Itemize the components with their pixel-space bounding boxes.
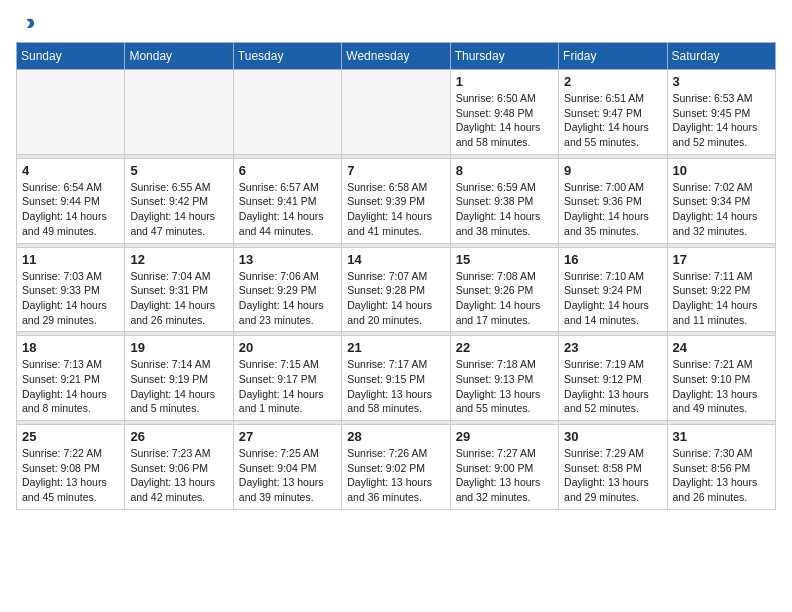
- day-number: 13: [239, 252, 336, 267]
- day-info: Sunrise: 7:17 AM Sunset: 9:15 PM Dayligh…: [347, 357, 444, 416]
- calendar-cell: [342, 70, 450, 155]
- day-info: Sunrise: 7:30 AM Sunset: 8:56 PM Dayligh…: [673, 446, 770, 505]
- day-number: 24: [673, 340, 770, 355]
- calendar-week-row: 25Sunrise: 7:22 AM Sunset: 9:08 PM Dayli…: [17, 425, 776, 510]
- day-number: 3: [673, 74, 770, 89]
- calendar-cell: 15Sunrise: 7:08 AM Sunset: 9:26 PM Dayli…: [450, 247, 558, 332]
- day-number: 29: [456, 429, 553, 444]
- day-info: Sunrise: 7:15 AM Sunset: 9:17 PM Dayligh…: [239, 357, 336, 416]
- calendar-cell: 1Sunrise: 6:50 AM Sunset: 9:48 PM Daylig…: [450, 70, 558, 155]
- day-info: Sunrise: 7:00 AM Sunset: 9:36 PM Dayligh…: [564, 180, 661, 239]
- calendar-cell: 31Sunrise: 7:30 AM Sunset: 8:56 PM Dayli…: [667, 425, 775, 510]
- calendar-header-row: SundayMondayTuesdayWednesdayThursdayFrid…: [17, 43, 776, 70]
- calendar-cell: [125, 70, 233, 155]
- day-number: 22: [456, 340, 553, 355]
- day-number: 16: [564, 252, 661, 267]
- day-number: 12: [130, 252, 227, 267]
- calendar-cell: 3Sunrise: 6:53 AM Sunset: 9:45 PM Daylig…: [667, 70, 775, 155]
- day-of-week-header: Friday: [559, 43, 667, 70]
- calendar-cell: 17Sunrise: 7:11 AM Sunset: 9:22 PM Dayli…: [667, 247, 775, 332]
- day-info: Sunrise: 7:23 AM Sunset: 9:06 PM Dayligh…: [130, 446, 227, 505]
- day-number: 30: [564, 429, 661, 444]
- day-info: Sunrise: 6:51 AM Sunset: 9:47 PM Dayligh…: [564, 91, 661, 150]
- calendar-week-row: 11Sunrise: 7:03 AM Sunset: 9:33 PM Dayli…: [17, 247, 776, 332]
- day-number: 8: [456, 163, 553, 178]
- day-number: 28: [347, 429, 444, 444]
- day-number: 7: [347, 163, 444, 178]
- calendar-cell: 25Sunrise: 7:22 AM Sunset: 9:08 PM Dayli…: [17, 425, 125, 510]
- day-info: Sunrise: 7:02 AM Sunset: 9:34 PM Dayligh…: [673, 180, 770, 239]
- day-number: 20: [239, 340, 336, 355]
- day-info: Sunrise: 7:07 AM Sunset: 9:28 PM Dayligh…: [347, 269, 444, 328]
- calendar-cell: [233, 70, 341, 155]
- day-number: 31: [673, 429, 770, 444]
- day-of-week-header: Tuesday: [233, 43, 341, 70]
- day-info: Sunrise: 7:11 AM Sunset: 9:22 PM Dayligh…: [673, 269, 770, 328]
- day-number: 19: [130, 340, 227, 355]
- calendar-week-row: 18Sunrise: 7:13 AM Sunset: 9:21 PM Dayli…: [17, 336, 776, 421]
- calendar-cell: [17, 70, 125, 155]
- calendar-cell: 9Sunrise: 7:00 AM Sunset: 9:36 PM Daylig…: [559, 158, 667, 243]
- day-number: 10: [673, 163, 770, 178]
- calendar-cell: 28Sunrise: 7:26 AM Sunset: 9:02 PM Dayli…: [342, 425, 450, 510]
- calendar-cell: 11Sunrise: 7:03 AM Sunset: 9:33 PM Dayli…: [17, 247, 125, 332]
- day-number: 25: [22, 429, 119, 444]
- day-number: 23: [564, 340, 661, 355]
- calendar-cell: 16Sunrise: 7:10 AM Sunset: 9:24 PM Dayli…: [559, 247, 667, 332]
- day-number: 11: [22, 252, 119, 267]
- day-number: 17: [673, 252, 770, 267]
- day-info: Sunrise: 7:04 AM Sunset: 9:31 PM Dayligh…: [130, 269, 227, 328]
- calendar-cell: 18Sunrise: 7:13 AM Sunset: 9:21 PM Dayli…: [17, 336, 125, 421]
- day-info: Sunrise: 7:27 AM Sunset: 9:00 PM Dayligh…: [456, 446, 553, 505]
- calendar-cell: 20Sunrise: 7:15 AM Sunset: 9:17 PM Dayli…: [233, 336, 341, 421]
- calendar-cell: 5Sunrise: 6:55 AM Sunset: 9:42 PM Daylig…: [125, 158, 233, 243]
- day-number: 27: [239, 429, 336, 444]
- day-info: Sunrise: 7:10 AM Sunset: 9:24 PM Dayligh…: [564, 269, 661, 328]
- day-info: Sunrise: 6:54 AM Sunset: 9:44 PM Dayligh…: [22, 180, 119, 239]
- calendar-cell: 4Sunrise: 6:54 AM Sunset: 9:44 PM Daylig…: [17, 158, 125, 243]
- day-info: Sunrise: 6:50 AM Sunset: 9:48 PM Dayligh…: [456, 91, 553, 150]
- day-info: Sunrise: 6:55 AM Sunset: 9:42 PM Dayligh…: [130, 180, 227, 239]
- day-number: 4: [22, 163, 119, 178]
- day-info: Sunrise: 7:29 AM Sunset: 8:58 PM Dayligh…: [564, 446, 661, 505]
- day-info: Sunrise: 7:25 AM Sunset: 9:04 PM Dayligh…: [239, 446, 336, 505]
- calendar-cell: 27Sunrise: 7:25 AM Sunset: 9:04 PM Dayli…: [233, 425, 341, 510]
- calendar-cell: 19Sunrise: 7:14 AM Sunset: 9:19 PM Dayli…: [125, 336, 233, 421]
- day-info: Sunrise: 7:06 AM Sunset: 9:29 PM Dayligh…: [239, 269, 336, 328]
- day-number: 21: [347, 340, 444, 355]
- day-number: 26: [130, 429, 227, 444]
- day-number: 6: [239, 163, 336, 178]
- calendar-cell: 10Sunrise: 7:02 AM Sunset: 9:34 PM Dayli…: [667, 158, 775, 243]
- day-info: Sunrise: 6:59 AM Sunset: 9:38 PM Dayligh…: [456, 180, 553, 239]
- calendar-table: SundayMondayTuesdayWednesdayThursdayFrid…: [16, 42, 776, 510]
- calendar-cell: 7Sunrise: 6:58 AM Sunset: 9:39 PM Daylig…: [342, 158, 450, 243]
- calendar-cell: 13Sunrise: 7:06 AM Sunset: 9:29 PM Dayli…: [233, 247, 341, 332]
- day-info: Sunrise: 7:08 AM Sunset: 9:26 PM Dayligh…: [456, 269, 553, 328]
- calendar-cell: 30Sunrise: 7:29 AM Sunset: 8:58 PM Dayli…: [559, 425, 667, 510]
- day-number: 14: [347, 252, 444, 267]
- day-of-week-header: Saturday: [667, 43, 775, 70]
- day-info: Sunrise: 7:19 AM Sunset: 9:12 PM Dayligh…: [564, 357, 661, 416]
- day-info: Sunrise: 7:03 AM Sunset: 9:33 PM Dayligh…: [22, 269, 119, 328]
- calendar-cell: 29Sunrise: 7:27 AM Sunset: 9:00 PM Dayli…: [450, 425, 558, 510]
- calendar-cell: 6Sunrise: 6:57 AM Sunset: 9:41 PM Daylig…: [233, 158, 341, 243]
- calendar-week-row: 4Sunrise: 6:54 AM Sunset: 9:44 PM Daylig…: [17, 158, 776, 243]
- day-info: Sunrise: 7:26 AM Sunset: 9:02 PM Dayligh…: [347, 446, 444, 505]
- calendar-cell: 2Sunrise: 6:51 AM Sunset: 9:47 PM Daylig…: [559, 70, 667, 155]
- calendar-cell: 22Sunrise: 7:18 AM Sunset: 9:13 PM Dayli…: [450, 336, 558, 421]
- calendar-cell: 12Sunrise: 7:04 AM Sunset: 9:31 PM Dayli…: [125, 247, 233, 332]
- day-number: 1: [456, 74, 553, 89]
- calendar-cell: 24Sunrise: 7:21 AM Sunset: 9:10 PM Dayli…: [667, 336, 775, 421]
- logo: [16, 16, 36, 34]
- day-number: 18: [22, 340, 119, 355]
- calendar-cell: 8Sunrise: 6:59 AM Sunset: 9:38 PM Daylig…: [450, 158, 558, 243]
- calendar-week-row: 1Sunrise: 6:50 AM Sunset: 9:48 PM Daylig…: [17, 70, 776, 155]
- day-of-week-header: Thursday: [450, 43, 558, 70]
- calendar-cell: 23Sunrise: 7:19 AM Sunset: 9:12 PM Dayli…: [559, 336, 667, 421]
- day-of-week-header: Wednesday: [342, 43, 450, 70]
- day-info: Sunrise: 7:13 AM Sunset: 9:21 PM Dayligh…: [22, 357, 119, 416]
- day-info: Sunrise: 6:57 AM Sunset: 9:41 PM Dayligh…: [239, 180, 336, 239]
- day-info: Sunrise: 7:21 AM Sunset: 9:10 PM Dayligh…: [673, 357, 770, 416]
- day-number: 5: [130, 163, 227, 178]
- calendar-cell: 14Sunrise: 7:07 AM Sunset: 9:28 PM Dayli…: [342, 247, 450, 332]
